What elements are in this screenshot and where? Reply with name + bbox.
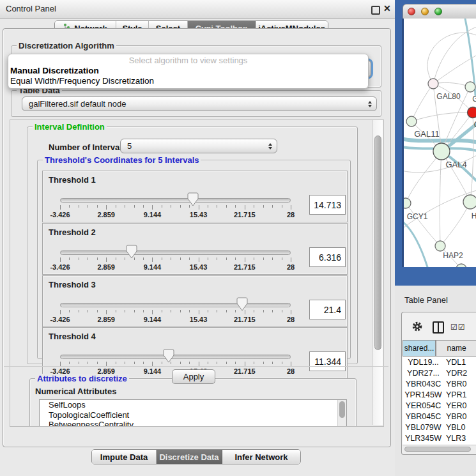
cell-name[interactable]: YDR2	[444, 369, 476, 378]
table-row[interactable]: YPR145WYPR1	[403, 389, 476, 400]
scrollbar-thumb[interactable]	[404, 447, 471, 452]
cell-name[interactable]: YBR0	[444, 380, 476, 388]
cell-shared-name[interactable]: YBR045C	[403, 412, 444, 421]
tick-mark	[291, 257, 291, 262]
network-window-titlebar[interactable]	[403, 4, 476, 20]
threshold-2-value-input[interactable]	[309, 247, 346, 267]
right-side: GAL80 G C GAL11 GAL4 GCY1 H HAP2 Table P…	[395, 0, 476, 476]
node-partial-g[interactable]	[465, 82, 475, 92]
list-item[interactable]: TopologicalCoefficient	[40, 410, 346, 420]
threshold-3-slider[interactable]: -3.4262.8599.14415.4321.71528	[60, 297, 291, 324]
node-gal4[interactable]	[433, 143, 450, 160]
tick-mark	[282, 205, 282, 208]
slider-track[interactable]	[60, 198, 291, 203]
node-gal80[interactable]	[428, 79, 438, 89]
columns-icon[interactable]	[433, 321, 444, 334]
cell-shared-name[interactable]: YBR043C	[403, 380, 444, 388]
minimize-window-icon[interactable]	[421, 8, 429, 15]
threshold-label: Threshold 2	[49, 227, 96, 237]
network-view-canvas[interactable]: GAL80 G C GAL11 GAL4 GCY1 H HAP2	[402, 19, 476, 267]
column-header-name[interactable]: name	[436, 340, 476, 357]
tick-mark	[79, 362, 79, 364]
list-item[interactable]: BetweennessCentrality	[40, 420, 346, 427]
node-label: GAL80	[436, 92, 461, 101]
cell-shared-name[interactable]: YBL079W	[403, 423, 444, 432]
threshold-1-value-input[interactable]	[309, 195, 346, 215]
table-data-combobox[interactable]: galFiltered.sif default node	[22, 96, 377, 111]
node-bottom-partial[interactable]	[456, 264, 466, 267]
apply-button[interactable]: Apply	[172, 369, 215, 384]
table-row[interactable]: YBL079WYBL0	[403, 422, 476, 433]
node-gcy1[interactable]	[404, 198, 411, 208]
cell-shared-name[interactable]: YER054C	[403, 401, 444, 410]
control-panel-titlebar[interactable]: Control Panel ✕	[0, 0, 395, 19]
tick-mark	[171, 362, 171, 364]
table-row[interactable]: YDR27...YDR2	[403, 367, 476, 378]
slider-tick-labels: -3.4262.8599.14415.4321.71528	[60, 316, 291, 323]
tick-mark	[162, 310, 162, 312]
dropdown-option-manual[interactable]: Manual Discretization	[8, 66, 368, 76]
horizontal-scrollbar[interactable]	[403, 445, 476, 454]
num-intervals-combobox[interactable]: 5	[120, 139, 277, 153]
scrollbar-thumb[interactable]	[374, 135, 381, 350]
threshold-1-slider[interactable]: -3.4262.8599.14415.4321.71528	[60, 192, 291, 219]
slider-track[interactable]	[60, 355, 291, 359]
column-header-shared-name[interactable]: shared...	[403, 340, 436, 357]
tick-mark	[199, 362, 199, 366]
table-row[interactable]: YBR043CYBR0	[403, 378, 476, 389]
table-row[interactable]: YBR045CYBR0	[403, 411, 476, 422]
cell-name[interactable]: YDL1	[444, 358, 476, 367]
tab-discretize-data[interactable]: Discretize Data	[157, 450, 222, 464]
node-partial-h[interactable]	[463, 195, 476, 209]
cell-name[interactable]: YER0	[444, 401, 476, 410]
scrollbar-thumb[interactable]	[339, 401, 345, 418]
tick-mark	[97, 257, 98, 260]
cell-name[interactable]: YLR3	[444, 434, 476, 443]
table-panel-titlebar[interactable]: Table Panel	[395, 286, 476, 312]
tick-mark	[226, 257, 227, 260]
tick-mark	[180, 205, 181, 208]
slider-ticks	[60, 310, 291, 315]
cell-shared-name[interactable]: YLR345W	[403, 434, 444, 443]
combobox-value: galFiltered.sif default node	[29, 99, 126, 109]
gear-icon[interactable]	[411, 321, 423, 335]
cell-shared-name[interactable]: YDL19...	[403, 358, 444, 367]
threshold-3-value-input[interactable]	[309, 300, 346, 319]
tab-infer-network[interactable]: Infer Network	[222, 450, 300, 464]
node-red-selected[interactable]	[468, 107, 476, 118]
node-label: GAL11	[414, 129, 440, 139]
threshold-2-slider[interactable]: -3.4262.8599.14415.4321.71528	[60, 245, 291, 272]
tab-label: Discretize Data	[159, 452, 219, 462]
table-row[interactable]: YDL19...YDL1	[403, 357, 476, 367]
numerical-attributes-list[interactable]: SelfLoopsTopologicalCoefficientBetweenne…	[39, 399, 347, 427]
cell-shared-name[interactable]: YDR27...	[403, 369, 444, 378]
tick-mark	[79, 257, 79, 260]
cell-name[interactable]: YPR1	[444, 390, 476, 399]
slider-track[interactable]	[60, 303, 291, 307]
node-gal11[interactable]	[406, 116, 417, 127]
table-row[interactable]: YLR345WYLR3	[403, 433, 476, 443]
tick-label: 15.43	[190, 316, 208, 323]
cell-shared-name[interactable]: YPR145W	[403, 390, 444, 399]
cell-name[interactable]: YBL0	[444, 423, 476, 432]
tick-mark	[134, 310, 135, 312]
maximize-window-icon[interactable]	[434, 8, 442, 15]
checkbox-icons[interactable]: ☑☑	[450, 323, 466, 332]
slider-track[interactable]	[60, 250, 291, 255]
table-row[interactable]: YER054CYER0	[403, 400, 476, 411]
close-icon[interactable]: ✕	[383, 3, 391, 13]
float-window-icon[interactable]	[371, 6, 380, 15]
close-window-icon[interactable]	[408, 8, 415, 15]
cell-name[interactable]: YBR0	[444, 412, 476, 421]
list-scrollbar[interactable]	[337, 400, 346, 427]
tick-label: 2.859	[97, 263, 115, 271]
list-item[interactable]: SelfLoops	[40, 400, 346, 410]
tick-label: 15.43	[190, 263, 208, 271]
slider-ticks	[60, 205, 291, 210]
tick-mark	[116, 310, 116, 312]
tick-label: 28	[287, 316, 295, 323]
tick-mark	[116, 205, 116, 208]
tab-impute-data[interactable]: Impute Data	[92, 450, 157, 464]
dropdown-option-equal-width[interactable]: Equal Width/Frequency Discretization	[8, 76, 368, 86]
node-hap2[interactable]	[435, 241, 445, 251]
